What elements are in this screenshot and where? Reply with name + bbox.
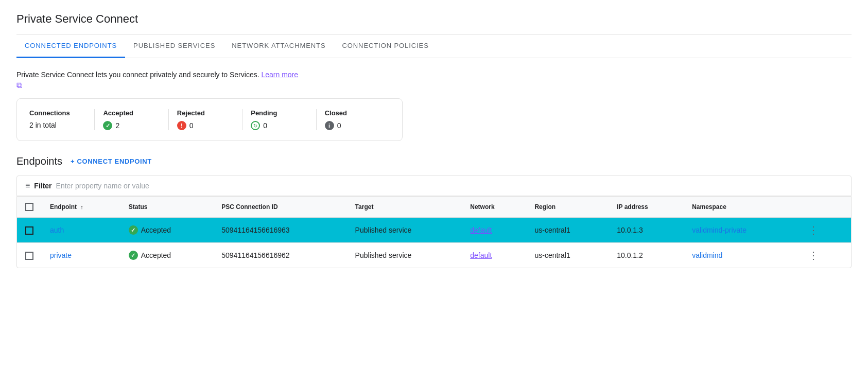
row1-ip: 10.0.1.3	[609, 218, 684, 243]
row2-target: Published service	[347, 243, 462, 268]
filter-label: Filter	[34, 182, 51, 190]
tabs-container: CONNECTED ENDPOINTS PUBLISHED SERVICES N…	[16, 34, 852, 58]
row1-network: default	[462, 218, 526, 243]
col-network[interactable]: Network	[462, 197, 526, 218]
stat-rejected: Rejected ! 0	[169, 109, 242, 130]
closed-info-icon: i	[325, 121, 334, 130]
row2-ip: 10.0.1.2	[609, 243, 684, 268]
learn-more-link[interactable]: Learn more	[261, 71, 298, 79]
filter-bar: ≡ Filter Enter property name or value	[16, 176, 852, 196]
row1-status-icon: ✓	[129, 225, 138, 235]
filter-placeholder[interactable]: Enter property name or value	[56, 182, 149, 190]
endpoints-table: Endpoint ↑ Status PSC Connection ID Targ…	[17, 197, 851, 268]
stat-closed: Closed i 0	[317, 109, 390, 130]
accepted-check-icon: ✓	[103, 121, 112, 130]
col-target[interactable]: Target	[347, 197, 462, 218]
col-endpoint[interactable]: Endpoint ↑	[42, 197, 120, 218]
row2-endpoint: private	[42, 243, 120, 268]
col-status[interactable]: Status	[120, 197, 213, 218]
row2-status-icon: ✓	[129, 251, 138, 260]
row1-psc-id: 50941164156616963	[213, 218, 346, 243]
table-row: private ✓ Accepted 50941164156616962 Pub…	[17, 243, 851, 268]
row1-endpoint: auth	[42, 218, 120, 243]
row1-more-button[interactable]: ⋮	[804, 222, 823, 238]
col-ip-address[interactable]: IP address	[609, 197, 684, 218]
stat-accepted: Accepted ✓ 2	[95, 109, 168, 130]
external-link-icon[interactable]: ⧉	[16, 81, 852, 90]
row2-network: default	[462, 243, 526, 268]
section-header: Endpoints + CONNECT ENDPOINT	[16, 155, 852, 167]
tab-connected-endpoints[interactable]: CONNECTED ENDPOINTS	[16, 34, 125, 58]
filter-icon: ≡	[25, 181, 30, 190]
stat-connections: Connections 2 in total	[29, 109, 95, 130]
endpoints-table-wrapper: Endpoint ↑ Status PSC Connection ID Targ…	[16, 196, 852, 268]
stats-card: Connections 2 in total Accepted ✓ 2 Reje…	[16, 98, 403, 141]
row2-checkbox-cell	[17, 243, 42, 268]
row1-target: Published service	[347, 218, 462, 243]
col-actions	[796, 197, 851, 218]
header-checkbox[interactable]	[25, 203, 33, 211]
row2-more-button[interactable]: ⋮	[804, 248, 823, 263]
tab-connection-policies[interactable]: CONNECTION POLICIES	[334, 34, 437, 58]
page-title: Private Service Connect	[16, 12, 852, 26]
tab-published-services[interactable]: PUBLISHED SERVICES	[125, 34, 223, 58]
sort-arrow-endpoint: ↑	[80, 204, 83, 210]
col-psc-id[interactable]: PSC Connection ID	[213, 197, 346, 218]
col-region[interactable]: Region	[526, 197, 609, 218]
row1-namespace: validmind-private	[684, 218, 795, 243]
row1-actions: ⋮	[796, 218, 851, 243]
row2-status: ✓ Accepted	[120, 243, 213, 268]
description-text: Private Service Connect lets you connect…	[16, 71, 852, 79]
row1-checkbox[interactable]	[25, 226, 33, 235]
table-row: auth ✓ Accepted 50941164156616963 Publis…	[17, 218, 851, 243]
row2-checkbox[interactable]	[25, 252, 33, 260]
row1-checkbox-cell	[17, 218, 42, 243]
row2-actions: ⋮	[796, 243, 851, 268]
pending-circle-icon: ↻	[251, 121, 260, 130]
tab-network-attachments[interactable]: NETWORK ATTACHMENTS	[223, 34, 334, 58]
row2-region: us-central1	[526, 243, 609, 268]
col-namespace[interactable]: Namespace	[684, 197, 795, 218]
connect-endpoint-button[interactable]: + CONNECT ENDPOINT	[71, 157, 152, 165]
section-title: Endpoints	[16, 155, 62, 167]
row2-psc-id: 50941164156616962	[213, 243, 346, 268]
row2-namespace: validmind	[684, 243, 795, 268]
row1-region: us-central1	[526, 218, 609, 243]
row1-status: ✓ Accepted	[120, 218, 213, 243]
table-header-row: Endpoint ↑ Status PSC Connection ID Targ…	[17, 197, 851, 218]
stat-pending: Pending ↻ 0	[242, 109, 316, 130]
col-checkbox	[17, 197, 42, 218]
rejected-error-icon: !	[177, 121, 186, 130]
